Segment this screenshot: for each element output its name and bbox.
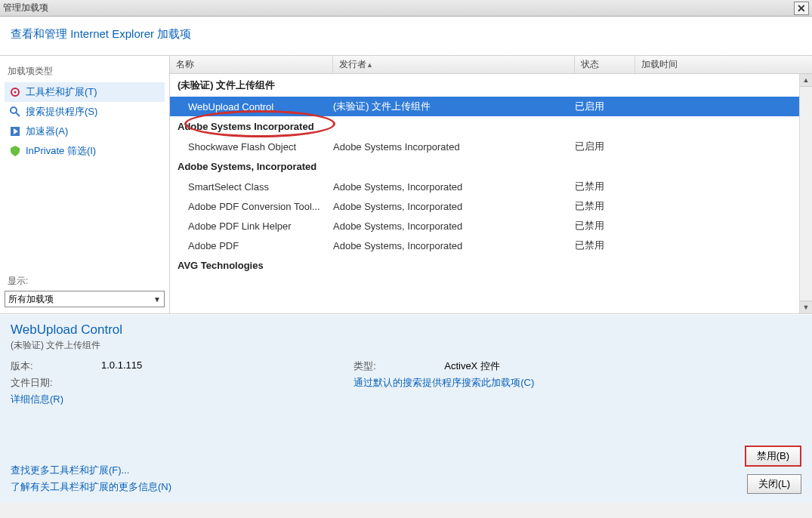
- cell-name: Adobe PDF: [188, 240, 333, 251]
- search-icon: [9, 106, 21, 118]
- show-dropdown[interactable]: 所有加载项 ▼: [5, 291, 165, 307]
- svg-point-1: [14, 91, 17, 94]
- cell-status: 已禁用: [575, 219, 635, 233]
- sidebar-item-label: 加速器(A): [26, 125, 68, 138]
- list-item[interactable]: Adobe PDF Adobe Systems, Incorporated 已禁…: [170, 236, 812, 255]
- find-toolbars-link[interactable]: 查找更多工具栏和扩展(F)...: [11, 464, 171, 477]
- page-title: 查看和管理 Internet Explorer 加载项: [11, 27, 801, 42]
- cell-publisher: Adobe Systems, Incorporated: [333, 220, 575, 232]
- group-header: (未验证) 文件上传组件: [170, 74, 812, 97]
- sidebar: 加载项类型 工具栏和扩展(T) 搜索提供程序(S) 加速器(A) InPriva…: [0, 56, 170, 313]
- cell-publisher: (未验证) 文件上传组件: [333, 100, 575, 113]
- sidebar-item-accel[interactable]: 加速器(A): [5, 122, 165, 141]
- sidebar-item-inprivate[interactable]: InPrivate 筛选(I): [5, 141, 165, 161]
- cell-publisher: Adobe Systems, Incorporated: [333, 181, 575, 193]
- list-item[interactable]: Shockwave Flash Object Adobe Systems Inc…: [170, 137, 812, 156]
- details-pane: WebUpload Control (未验证) 文件上传组件 版本: 1.0.1…: [0, 314, 812, 503]
- close-button[interactable]: 关闭(L): [747, 474, 801, 494]
- cell-name: SmartSelect Class: [188, 181, 333, 193]
- col-status[interactable]: 状态: [575, 56, 635, 73]
- list-item[interactable]: WebUpload Control (未验证) 文件上传组件 已启用: [170, 97, 812, 116]
- sidebar-item-search[interactable]: 搜索提供程序(S): [5, 102, 165, 122]
- svg-point-2: [11, 107, 17, 113]
- sidebar-title: 加载项类型: [5, 62, 165, 82]
- col-loadtime[interactable]: 加载时间: [635, 56, 711, 73]
- show-dropdown-value: 所有加载项: [8, 293, 54, 306]
- sidebar-item-label: InPrivate 筛选(I): [26, 144, 96, 158]
- filedate-label: 文件日期:: [11, 376, 71, 390]
- group-header: Adobe Systems Incorporated: [170, 116, 812, 137]
- list-item[interactable]: Adobe PDF Conversion Tool... Adobe Syste…: [170, 196, 812, 216]
- disable-button[interactable]: 禁用(B): [745, 446, 801, 467]
- cell-publisher: Adobe Systems, Incorporated: [333, 240, 575, 251]
- learn-more-link[interactable]: 了解有关工具栏和扩展的更多信息(N): [11, 480, 171, 494]
- svg-line-3: [16, 113, 20, 116]
- column-headers: 名称 发行者 状态 加载时间: [170, 56, 812, 74]
- titlebar: 管理加载项 ✕: [0, 0, 812, 17]
- addon-list: 名称 发行者 状态 加载时间 (未验证) 文件上传组件 WebUpload Co…: [170, 56, 812, 313]
- list-item[interactable]: Adobe PDF Link Helper Adobe Systems, Inc…: [170, 216, 812, 236]
- window-title: 管理加载项: [3, 2, 48, 14]
- show-label: 显示:: [5, 275, 165, 288]
- details-title: WebUpload Control: [11, 322, 801, 338]
- footer-links: 查找更多工具栏和扩展(F)... 了解有关工具栏和扩展的更多信息(N): [11, 464, 171, 494]
- sidebar-item-label: 搜索提供程序(S): [26, 105, 97, 119]
- search-link[interactable]: 通过默认的搜索提供程序搜索此加载项(C): [354, 376, 534, 390]
- moreinfo-link[interactable]: 详细信息(R): [11, 393, 63, 406]
- cell-name: WebUpload Control: [188, 101, 333, 113]
- type-label: 类型:: [354, 359, 414, 373]
- cell-status: 已禁用: [575, 199, 635, 213]
- shield-icon: [9, 145, 21, 157]
- version-label: 版本:: [11, 359, 71, 373]
- cell-status: 已启用: [575, 140, 635, 153]
- accelerator-icon: [9, 125, 21, 137]
- list-item[interactable]: SmartSelect Class Adobe Systems, Incorpo…: [170, 177, 812, 196]
- list-rows[interactable]: (未验证) 文件上传组件 WebUpload Control (未验证) 文件上…: [170, 74, 812, 313]
- cell-publisher: Adobe Systems Incorporated: [333, 141, 575, 153]
- col-name[interactable]: 名称: [170, 56, 333, 73]
- cell-name: Adobe PDF Conversion Tool...: [188, 201, 333, 212]
- details-subtitle: (未验证) 文件上传组件: [11, 339, 801, 352]
- type-value: ActiveX 控件: [444, 359, 500, 373]
- scroll-down-icon[interactable]: ▼: [800, 301, 812, 313]
- chevron-down-icon: ▼: [153, 295, 161, 304]
- gear-icon: [9, 86, 21, 98]
- close-icon[interactable]: ✕: [794, 2, 809, 15]
- scrollbar[interactable]: ▲ ▼: [799, 74, 812, 313]
- col-publisher[interactable]: 发行者: [333, 56, 575, 73]
- sidebar-item-label: 工具栏和扩展(T): [26, 85, 97, 99]
- cell-status: 已启用: [575, 100, 635, 113]
- main-content: 加载项类型 工具栏和扩展(T) 搜索提供程序(S) 加速器(A) InPriva…: [0, 56, 812, 314]
- sidebar-item-toolbars[interactable]: 工具栏和扩展(T): [5, 82, 165, 102]
- cell-name: Shockwave Flash Object: [188, 141, 333, 153]
- cell-name: Adobe PDF Link Helper: [188, 220, 333, 232]
- cell-status: 已禁用: [575, 180, 635, 193]
- scroll-up-icon[interactable]: ▲: [800, 74, 812, 87]
- version-value: 1.0.1.115: [101, 359, 142, 373]
- group-header: AVG Technologies: [170, 255, 812, 276]
- group-header: Adobe Systems, Incorporated: [170, 156, 812, 177]
- cell-status: 已禁用: [575, 239, 635, 252]
- cell-publisher: Adobe Systems, Incorporated: [333, 201, 575, 212]
- header: 查看和管理 Internet Explorer 加载项: [0, 17, 812, 56]
